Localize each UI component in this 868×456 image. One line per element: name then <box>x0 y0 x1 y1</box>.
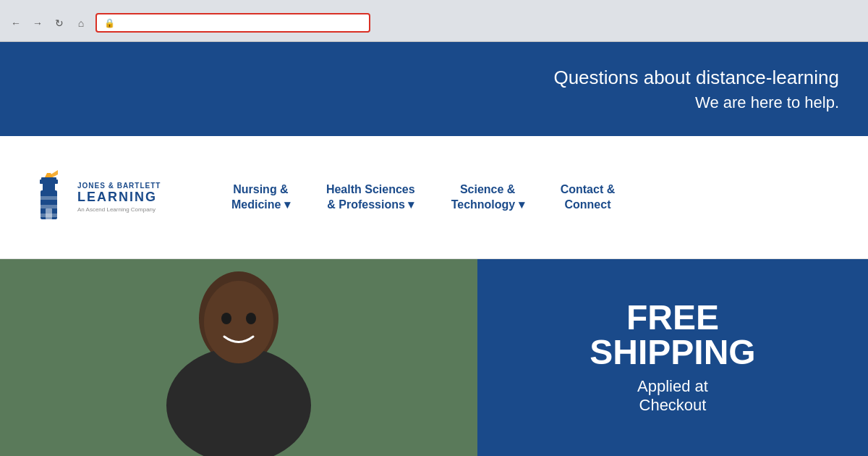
back-button[interactable]: ← <box>7 14 25 32</box>
logo-jones: JONES & BARTLETT <box>77 182 161 190</box>
logo-area[interactable]: JONES & BARTLETT LEARNING An Ascend Lear… <box>29 169 188 227</box>
svg-rect-9 <box>46 208 52 219</box>
nav-contact-line1: Contact & <box>561 183 616 195</box>
nav-science-line1: Science & <box>460 183 515 195</box>
lock-icon: 🔒 <box>104 18 115 28</box>
logo-ascend: An Ascend Learning Company <box>77 206 161 213</box>
svg-point-15 <box>221 313 231 324</box>
person-image <box>130 261 347 456</box>
browser-controls: ← → ↻ ⌂ <box>7 14 90 32</box>
svg-rect-7 <box>41 177 56 180</box>
nav-contact[interactable]: Contact & Connect <box>561 182 616 213</box>
nav-health-sciences[interactable]: Health Sciences & Professions ▾ <box>326 182 415 213</box>
forward-button[interactable]: → <box>29 14 46 32</box>
nav-health-line2: & Professions ▾ <box>327 198 414 211</box>
banner-line2: We are here to help. <box>695 93 839 112</box>
svg-rect-2 <box>41 205 57 208</box>
home-button[interactable]: ⌂ <box>72 14 90 32</box>
promo-applied: Applied at <box>637 377 708 396</box>
nav-links: Nursing & Medicine ▾ Health Sciences & P… <box>231 182 839 213</box>
hero-promo: FREE SHIPPING Applied at Checkout <box>477 259 868 456</box>
address-bar-wrapper[interactable]: 🔒 https://www.jblearning.com/ <box>95 13 370 33</box>
promo-checkout: Checkout <box>639 396 707 415</box>
hero-section: FREE SHIPPING Applied at Checkout <box>0 259 868 456</box>
hero-image <box>0 259 477 456</box>
svg-rect-1 <box>41 196 57 200</box>
svg-marker-8 <box>45 173 53 177</box>
nav-nursing-line1: Nursing & <box>233 183 288 195</box>
browser-chrome: ← → ↻ ⌂ 🔒 https://www.jblearning.com/ <box>0 0 868 42</box>
lighthouse-icon <box>29 169 69 227</box>
svg-point-16 <box>246 313 256 324</box>
logo-learning: LEARNING <box>77 190 161 205</box>
promo-shipping: SHIPPING <box>590 335 755 370</box>
address-bar-input[interactable]: https://www.jblearning.com/ <box>119 17 362 28</box>
svg-point-14 <box>204 281 273 363</box>
promo-free: FREE <box>626 300 719 335</box>
nav-science-line2: Technology ▾ <box>451 198 524 211</box>
nav-contact-line2: Connect <box>564 198 610 211</box>
nav-nursing[interactable]: Nursing & Medicine ▾ <box>231 182 290 213</box>
nav-health-line1: Health Sciences <box>326 183 415 195</box>
nav-science[interactable]: Science & Technology ▾ <box>451 182 524 213</box>
refresh-button[interactable]: ↻ <box>51 14 68 32</box>
nav-nursing-line2: Medicine ▾ <box>231 198 290 211</box>
banner-line1: Questions about distance-learning <box>553 67 839 89</box>
blue-banner: Questions about distance-learning We are… <box>0 42 868 136</box>
nav-bar: JONES & BARTLETT LEARNING An Ascend Lear… <box>0 136 868 259</box>
logo-text: JONES & BARTLETT LEARNING An Ascend Lear… <box>77 182 161 213</box>
